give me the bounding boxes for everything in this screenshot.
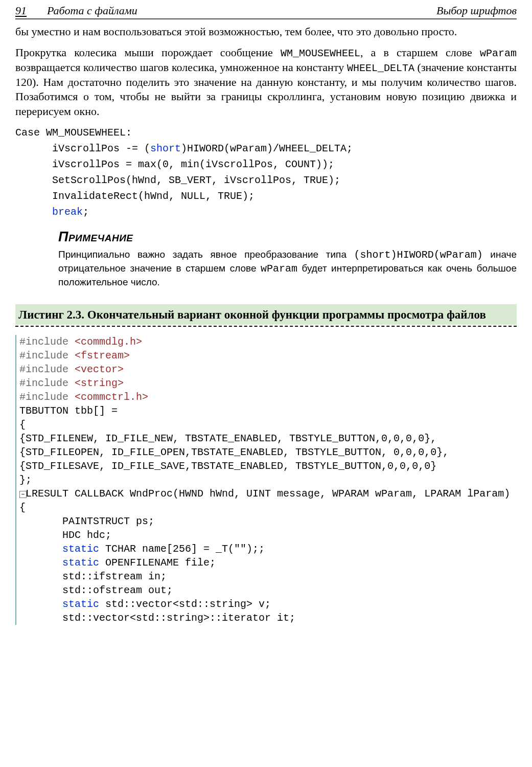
paragraph-2: Прокрутка колесика мыши порождает сообще… <box>15 46 517 119</box>
code-listing-2-3: #include <commdlg.h> #include <fstream> … <box>15 335 517 625</box>
code-wm-mousewheel: WM_MOUSEWHEEL <box>281 48 360 59</box>
note-body: Принципиально важно задать явное преобра… <box>58 248 517 289</box>
code-wparam: wParam <box>480 48 517 59</box>
chapter-title: Работа с файлами <box>47 4 137 17</box>
paragraph-1: бы уместно и нам воспользоваться этой во… <box>15 25 517 39</box>
page-header: 91 Работа с файлами Выбор шрифтов <box>15 0 517 19</box>
note-heading: Примечание <box>58 229 517 245</box>
note-code-cast: (short)HIWORD(wParam) <box>354 249 483 261</box>
note-code-wparam: wParam <box>261 263 297 275</box>
code-block-mousewheel: Case WM_MOUSEWHEEL: iVscrollPos -= (shor… <box>15 125 517 220</box>
page-number: 91 <box>15 4 27 17</box>
listing-separator <box>15 326 517 327</box>
code-wheel-delta: WHEEL_DELTA <box>347 62 414 74</box>
listing-title: Листинг 2.3. Окончательный вариант оконн… <box>15 304 517 325</box>
section-title: Выбор шрифтов <box>436 4 517 17</box>
